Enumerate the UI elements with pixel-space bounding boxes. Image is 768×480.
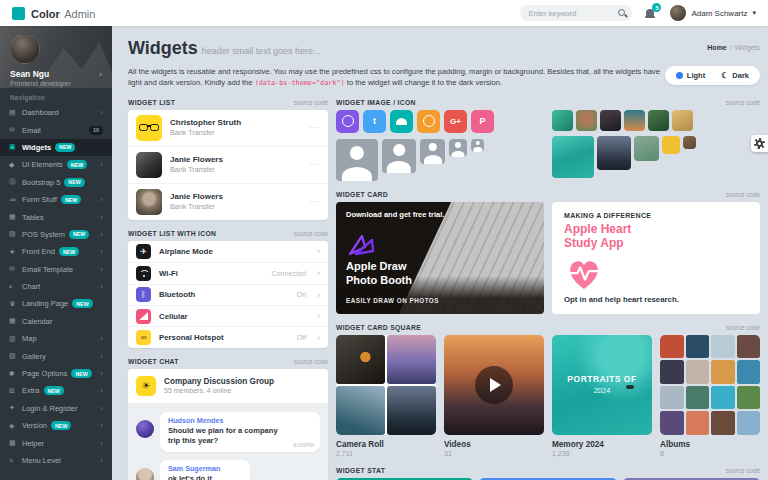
- chevron-right-icon: ›: [317, 290, 320, 300]
- new-badge: NEW: [55, 143, 75, 152]
- source-code-link[interactable]: source code: [726, 191, 760, 198]
- card-camera-roll[interactable]: Camera Roll 2,711: [336, 335, 436, 457]
- photo-thumbnail: [597, 136, 631, 170]
- sidebar-item-front-end[interactable]: ★ Front End NEW ›: [0, 243, 112, 260]
- theme-settings-button[interactable]: [751, 135, 768, 152]
- dark-theme-button[interactable]: ☾Dark: [714, 69, 756, 82]
- more-options-icon[interactable]: ···: [309, 123, 320, 132]
- sidebar-item-gallery[interactable]: ▧ Gallery ›: [0, 347, 112, 364]
- chevron-right-icon: ›: [100, 160, 103, 169]
- sidebar-item-email[interactable]: ✉ Email 10: [0, 121, 112, 138]
- new-badge: NEW: [69, 230, 89, 239]
- chevron-right-icon: ›: [100, 213, 103, 222]
- list-item[interactable]: Janie FlowersBank Transfer ···: [128, 146, 328, 183]
- message-text: ok let's do it: [168, 474, 220, 480]
- card-memory-2024[interactable]: PORTRAITS OF 2024 Memory 2024 1,239: [552, 335, 652, 457]
- twitter-icon[interactable]: t: [363, 110, 386, 133]
- source-code-link[interactable]: source code: [726, 467, 760, 474]
- user-menu[interactable]: Adam Schwartz ▾: [670, 5, 756, 21]
- chat-group-header[interactable]: ☀ Company Discussion Group55 members, 4 …: [128, 369, 328, 403]
- sidebar-item-dashboard[interactable]: ▤ Dashboard ›: [0, 104, 112, 121]
- pos-icon: ▨: [9, 230, 22, 238]
- promo-card[interactable]: Download and get free trial. Apple DrawP…: [336, 202, 544, 314]
- brand[interactable]: Color Admin: [12, 4, 95, 22]
- pinterest-icon[interactable]: P: [471, 110, 494, 133]
- list-item-wifi[interactable]: Wi-Fi Connected ›: [128, 262, 328, 283]
- sidebar-item-email-template[interactable]: ✉ Email Template ›: [0, 261, 112, 278]
- play-icon[interactable]: [475, 366, 513, 404]
- light-theme-button[interactable]: Light: [669, 69, 712, 82]
- photo-thumbnail: [634, 136, 659, 161]
- more-options-icon[interactable]: ···: [309, 160, 320, 169]
- source-code-link[interactable]: source code: [294, 99, 328, 106]
- chevron-right-icon: ›: [100, 439, 103, 448]
- card-videos[interactable]: Videos 31: [444, 335, 544, 457]
- sidebar-item-form-stuff[interactable]: ≔ Form Stuff NEW ›: [0, 191, 112, 208]
- chevron-right-icon: ›: [100, 334, 103, 343]
- chevron-right-icon: ›: [100, 282, 103, 291]
- sidebar-item-login-register[interactable]: ✦ Login & Register ›: [0, 400, 112, 417]
- list-item-cellular[interactable]: Cellular ›: [128, 305, 328, 326]
- source-code-link[interactable]: source code: [726, 324, 760, 331]
- sidebar-item-page-options[interactable]: ✱ Page Options NEW ›: [0, 365, 112, 382]
- android-icon[interactable]: [390, 110, 413, 133]
- list-item-personal-hotspot[interactable]: ∞ Personal Hotspot Off ›: [128, 326, 328, 347]
- instagram-icon[interactable]: [336, 110, 359, 133]
- sidebar-item-tables[interactable]: ▦ Tables ›: [0, 208, 112, 225]
- sidebar-item-helper[interactable]: ▩ Helper ›: [0, 434, 112, 451]
- sidebar-item-menu-level[interactable]: ≡ Menu Level ›: [0, 452, 112, 469]
- profile-avatar: [10, 34, 40, 64]
- section-title-widget-card-square: WIDGET CARD SQUARE: [336, 324, 421, 331]
- topbar-right: 5 Adam Schwartz ▾: [520, 5, 756, 21]
- sidebar-item-pos-system[interactable]: ▨ POS System NEW ›: [0, 226, 112, 243]
- search-icon[interactable]: [618, 8, 624, 18]
- search-box[interactable]: [520, 5, 632, 21]
- list-item[interactable]: Christopher StruthBank Transfer ···: [128, 110, 328, 146]
- chat-bubble: Sam Sugerman ok let's do it 6:01PM: [160, 460, 250, 480]
- sidebar: Sean Ngu › Frontend developer Navigation…: [0, 26, 112, 480]
- source-code-link[interactable]: source code: [294, 230, 328, 237]
- setting-status: Off: [297, 333, 306, 342]
- photo-thumbnail: [576, 110, 597, 131]
- google-plus-icon[interactable]: G+: [444, 110, 467, 133]
- intro-code-snippet: (data-bs-theme="dark"): [255, 79, 345, 87]
- list-item-bluetooth[interactable]: ᛒ Bluetooth On ›: [128, 284, 328, 305]
- breadcrumb-home[interactable]: Home: [707, 44, 726, 51]
- sidebar-item-ui-elements[interactable]: ◆ UI Elements NEW ›: [0, 156, 112, 173]
- sidebar-item-label: POS System: [22, 230, 65, 239]
- more-options-icon[interactable]: ···: [309, 197, 320, 206]
- sidebar-item-bootstrap5[interactable]: Ⓑ Bootstrap 5 NEW: [0, 174, 112, 191]
- sidebar-item-landing-page[interactable]: ♛ Landing Page NEW: [0, 295, 112, 312]
- photo-thumbnail: [552, 110, 573, 131]
- sidebar-item-label: Calendar: [22, 317, 52, 326]
- sidebar-item-widgets[interactable]: ▣ Widgets NEW: [0, 139, 112, 156]
- avatar: [136, 189, 162, 215]
- email-icon: ✉: [9, 265, 22, 273]
- boat-icon: [626, 385, 634, 389]
- list-item-name: Janie Flowers: [170, 192, 301, 201]
- notifications-button[interactable]: 5: [644, 5, 658, 21]
- source-code-link[interactable]: source code: [294, 358, 328, 365]
- sidebar-item-version[interactable]: ◈ Version NEW ›: [0, 417, 112, 434]
- sidebar-item-label: Chart: [22, 282, 40, 291]
- cellular-icon: [136, 309, 151, 324]
- list-item-airplane-mode[interactable]: ✈ Airplane Mode ›: [128, 241, 328, 262]
- heart-card[interactable]: MAKING A DIFFERENCE Apple HeartStudy App…: [552, 202, 760, 314]
- sidebar-item-map[interactable]: ▥ Map ›: [0, 330, 112, 347]
- dribbble-icon[interactable]: [417, 110, 440, 133]
- menu-icon: ≡: [9, 457, 22, 464]
- photo-thumbnail: [552, 136, 594, 178]
- sidebar-item-chart[interactable]: ◐ Chart ›: [0, 278, 112, 295]
- wifi-icon: [136, 266, 151, 281]
- profile-role: Frontend developer: [10, 80, 102, 87]
- sidebar-profile[interactable]: Sean Ngu › Frontend developer: [0, 26, 112, 88]
- source-code-link[interactable]: source code: [726, 99, 760, 106]
- sidebar-item-calendar[interactable]: ▦ Calendar: [0, 313, 112, 330]
- search-input[interactable]: [528, 9, 618, 18]
- sidebar-item-extra[interactable]: ⊞ Extra NEW ›: [0, 382, 112, 399]
- airplane-icon: ✈: [136, 244, 151, 259]
- message-sender: Hudson Mendes: [168, 416, 290, 425]
- card-albums[interactable]: Albums 8: [660, 335, 760, 457]
- list-item[interactable]: Janie FlowersBank Transfer ···: [128, 183, 328, 220]
- section-title-widget-image: WIDGET IMAGE / ICON: [336, 99, 416, 106]
